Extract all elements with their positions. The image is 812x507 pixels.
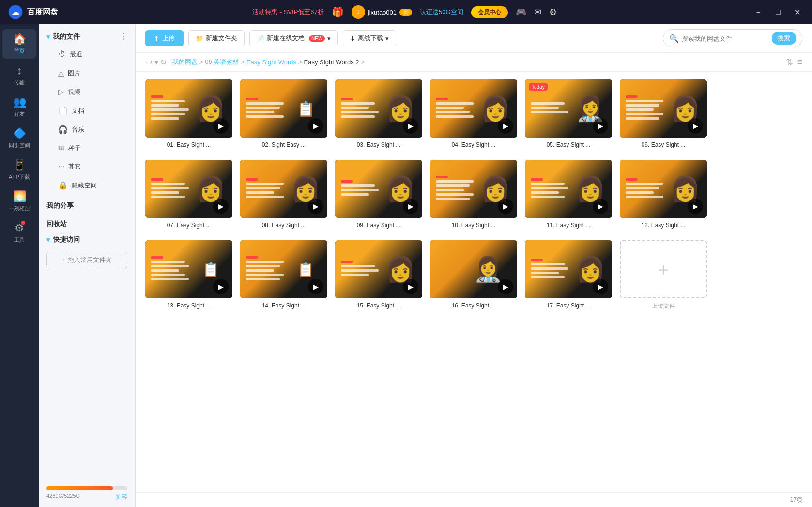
file-name: 08. Easy Sight ...: [262, 222, 306, 229]
mail-icon[interactable]: ✉: [534, 7, 541, 17]
file-thumbnail: 📋 ▶: [145, 240, 232, 298]
titlebar: ☁ 百度网盘 活动特惠～SVIP低至67折 🎁 J jixutao001 🪙 认…: [0, 0, 812, 24]
sidebar-item-friend[interactable]: 👥 好友: [2, 92, 36, 122]
sidebar-item-app[interactable]: 📱 APP下载: [2, 155, 36, 184]
play-icon: ▶: [403, 199, 418, 214]
nav-forward-icon[interactable]: ›: [150, 58, 152, 66]
new-doc-button[interactable]: 📄 新建在线文档 NEW ▾: [249, 30, 338, 46]
content-area: ⬆ 上传 📁 新建文件夹 📄 新建在线文档 NEW ▾ ⬇ 离线下载 ▾ 🔍: [136, 24, 812, 507]
upload-button[interactable]: ⬆ 上传: [145, 30, 184, 46]
storage-bar: [46, 486, 127, 490]
album-icon: 🌅: [13, 190, 26, 203]
vip-button[interactable]: 会员中心: [471, 6, 508, 18]
nav-back-icon[interactable]: ‹: [145, 58, 148, 66]
play-icon: ▶: [403, 118, 418, 134]
sort-icon[interactable]: ⇅: [786, 57, 793, 67]
refresh-icon[interactable]: ↻: [160, 58, 167, 67]
menu-item-doc[interactable]: 📄 文档: [43, 102, 131, 120]
file-count: 17项: [790, 496, 802, 503]
list-item[interactable]: 👩 ▶ 08. Easy Sight ...: [240, 160, 327, 229]
file-name: 05. Easy Sight ...: [547, 141, 591, 148]
menu-label-photo: 图片: [68, 69, 80, 77]
minimize-button[interactable]: －: [751, 6, 766, 18]
storage-used: 4281G/5225G: [46, 493, 80, 501]
list-item[interactable]: 📋 ▶ 14. Easy Sight ...: [240, 240, 327, 310]
offline-download-button[interactable]: ⬇ 离线下载 ▾: [343, 30, 396, 46]
upload-file-item[interactable]: ＋ 上传文件: [620, 240, 707, 310]
sidebar-label-app: APP下载: [9, 173, 30, 181]
sidebar-item-sync[interactable]: 🔷 同步空间: [2, 123, 36, 153]
sidebar-item-tools[interactable]: ⚙ 工具: [2, 218, 36, 247]
settings-icon[interactable]: ⚙: [549, 7, 557, 17]
recent-icon: ⏱: [58, 50, 66, 59]
view-buttons: ⇅ ≡: [786, 57, 802, 67]
breadcrumb-level2[interactable]: Easy Sight Words: [246, 59, 296, 66]
list-item[interactable]: 👩‍⚕️ ▶ 16. Easy Sight ...: [430, 240, 517, 310]
more-icon[interactable]: ⋮: [120, 32, 127, 41]
tools-icon: ⚙: [15, 222, 24, 234]
new-badge: NEW: [309, 35, 325, 42]
icon-sidebar: 🏠 首页 ↕ 传输 👥 好友 🔷 同步空间 📱 APP下载 🌅 一刻相册 ⚙ 工…: [0, 24, 39, 507]
list-item[interactable]: 👩 ▶ 07. Easy Sight ...: [145, 160, 232, 229]
sidebar-item-transfer[interactable]: ↕ 传输: [2, 61, 36, 90]
list-item[interactable]: 👩 ▶ 04. Easy Sight ...: [430, 79, 517, 148]
chevron-down-icon[interactable]: ▾: [327, 35, 331, 42]
menu-item-video[interactable]: ▷ 视频: [43, 83, 131, 101]
titlebar-left: ☁ 百度网盘: [8, 4, 58, 20]
breadcrumb-current: Easy Sight Words 2: [304, 59, 359, 66]
list-item[interactable]: 👩 ▶ 01. Easy Sight ...: [145, 79, 232, 148]
list-item[interactable]: 👩 ▶ 15. Easy Sight ...: [335, 240, 422, 310]
file-thumbnail: 👩 ▶: [145, 160, 232, 218]
nav-dropdown-icon[interactable]: ▾: [154, 58, 158, 67]
close-button[interactable]: ✕: [790, 7, 804, 18]
play-icon: ▶: [498, 199, 513, 214]
list-item[interactable]: 👩 ▶ 10. Easy Sight ...: [430, 160, 517, 229]
breadcrumb-nav: ‹ › ▾ ↻: [145, 58, 167, 67]
list-item[interactable]: Today 👩‍⚕️: [525, 79, 612, 148]
expand-btn[interactable]: 扩容: [116, 493, 127, 501]
sidebar-item-album[interactable]: 🌅 一刻相册: [2, 186, 36, 216]
file-thumbnail: 👩 ▶: [145, 79, 232, 138]
file-thumbnail: 👩 ▶: [335, 160, 422, 218]
breadcrumb-level1[interactable]: 06 英语教材: [205, 58, 239, 66]
maximize-button[interactable]: □: [772, 7, 784, 17]
quick-access-header: ▾ 快捷访问: [39, 231, 135, 248]
breadcrumb-root[interactable]: 我的网盘: [172, 58, 198, 66]
menu-label-video: 视频: [68, 88, 80, 96]
menu-item-recent[interactable]: ⏱ 最近: [43, 46, 131, 63]
list-item[interactable]: 👩 ▶ 03. Easy Sight ...: [335, 79, 422, 148]
grid-view-icon[interactable]: ≡: [797, 57, 802, 67]
menu-item-music[interactable]: 🎧 音乐: [43, 121, 131, 138]
upload-placeholder[interactable]: ＋: [620, 240, 707, 298]
list-item[interactable]: 👩 ▶ 12. Easy Sight ...: [620, 160, 707, 229]
gamepad-icon[interactable]: 🎮: [516, 7, 526, 17]
list-item[interactable]: 📋 ▶ 02. Sight Easy ...: [240, 79, 327, 148]
new-folder-button[interactable]: 📁 新建文件夹: [188, 30, 245, 46]
file-thumbnail: 📋 ▶: [240, 240, 327, 298]
list-item[interactable]: 👩 ▶ 06. Easy Sight ...: [620, 79, 707, 148]
search-button[interactable]: 搜索: [772, 32, 796, 45]
offline-chevron-icon[interactable]: ▾: [385, 35, 389, 42]
menu-item-hidden[interactable]: 🔒 隐藏空间: [43, 176, 131, 194]
search-input[interactable]: [682, 35, 769, 42]
list-item[interactable]: 📋 ▶ 13. Easy Sight ...: [145, 240, 232, 310]
menu-item-seed[interactable]: Bt 种子: [43, 139, 131, 157]
menu-item-other[interactable]: ··· 其它: [43, 158, 131, 175]
promo-text[interactable]: 活动特惠～SVIP低至67折: [252, 8, 324, 16]
my-share-header[interactable]: 我的分享: [39, 197, 135, 213]
verify-link[interactable]: 认证送50G空间: [420, 8, 463, 16]
add-folder-btn[interactable]: + 拖入常用文件夹: [46, 252, 127, 268]
menu-item-photo[interactable]: △ 图片: [43, 64, 131, 82]
file-name: 14. Easy Sight ...: [262, 302, 306, 309]
sidebar-item-home[interactable]: 🏠 首页: [2, 29, 36, 59]
recycle-header[interactable]: 回收站: [39, 215, 135, 231]
toolbar: ⬆ 上传 📁 新建文件夹 📄 新建在线文档 NEW ▾ ⬇ 离线下载 ▾ 🔍: [136, 24, 812, 53]
list-item[interactable]: 👩 ▶ 17. Easy Sight ...: [525, 240, 612, 310]
list-item[interactable]: 👩 ▶ 09. Easy Sight ...: [335, 160, 422, 229]
storage-text: 4281G/5225G 扩容: [46, 493, 127, 501]
file-thumbnail: 👩 ▶: [525, 240, 612, 298]
play-icon: ▶: [213, 199, 229, 214]
list-item[interactable]: 👩 ▶ 11. Easy Sight ...: [525, 160, 612, 229]
gift-icon[interactable]: 🎁: [332, 6, 344, 18]
file-name: 07. Easy Sight ...: [167, 222, 211, 229]
